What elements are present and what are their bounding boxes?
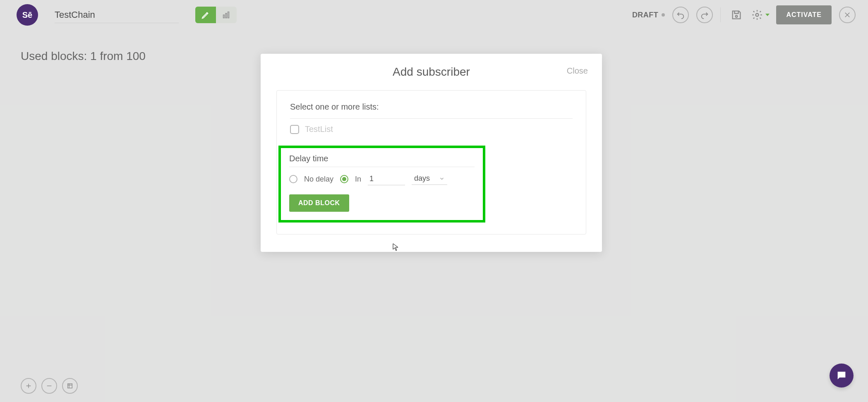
caret-down-icon [765,14,770,16]
redo-button[interactable] [696,7,713,23]
delay-unit-label: days [414,174,430,183]
zoom-controls [21,378,78,394]
undo-button[interactable] [672,7,689,23]
header-right: DRAFT ACTIVATE [632,5,856,24]
modal-body: Select one or more lists: TestList Delay… [276,90,586,234]
undo-icon [676,10,685,19]
settings-button[interactable] [752,7,769,23]
modal-title: Add subscriber [276,65,586,79]
radio-dot-icon [342,177,346,181]
view-stats-button[interactable] [216,7,237,23]
zoom-in-button[interactable] [21,378,36,394]
redo-icon [700,10,709,19]
list-option-row[interactable]: TestList [290,124,573,134]
svg-rect-1 [225,13,227,18]
close-icon [844,11,851,19]
modal-close-button[interactable]: Close [567,66,588,76]
svg-point-4 [756,14,759,17]
add-block-button[interactable]: ADD BLOCK [289,194,349,212]
zoom-out-button[interactable] [41,378,57,394]
svg-rect-0 [223,15,225,18]
app-header: Sē DRAFT [0,0,868,30]
chat-support-button[interactable] [830,364,854,388]
status-label: DRAFT [632,11,665,19]
chevron-down-icon [439,176,445,182]
bar-chart-icon [222,10,231,19]
pencil-icon [201,10,210,19]
add-subscriber-modal: Add subscriber Close Select one or more … [261,54,602,252]
radio-no-delay[interactable] [289,175,297,183]
chat-icon [836,370,847,381]
svg-point-3 [736,15,738,17]
delay-unit-select[interactable]: days [412,173,447,185]
app-logo: Sē [17,4,38,26]
delay-time-label: Delay time [289,154,475,163]
divider [290,118,573,119]
save-button[interactable] [728,7,745,23]
save-icon [731,9,742,21]
radio-no-delay-label: No delay [304,175,333,184]
activate-button[interactable]: ACTIVATE [776,5,832,24]
gear-icon [751,9,763,21]
svg-rect-5 [68,384,72,388]
delay-value-input[interactable] [368,173,405,185]
delay-options-row: No delay In days [289,173,475,185]
radio-in[interactable] [340,175,348,183]
divider [289,167,475,167]
status-text: DRAFT [632,11,659,19]
select-lists-label: Select one or more lists: [290,102,573,112]
view-edit-button[interactable] [195,7,216,23]
radio-in-label: In [355,175,361,184]
checkbox-icon[interactable] [290,125,299,134]
minus-icon [46,383,53,389]
chain-name-input[interactable] [55,7,179,23]
svg-rect-2 [228,12,229,18]
view-toggle [195,7,237,23]
plus-icon [25,383,32,389]
close-button[interactable] [839,7,856,23]
used-blocks-label: Used blocks: 1 from 100 [21,50,146,63]
header-divider [720,7,721,22]
delay-time-highlight: Delay time No delay In days ADD BLOCK [278,146,485,223]
fit-icon [67,383,73,389]
list-option-label: TestList [305,124,333,134]
fit-screen-button[interactable] [62,378,78,394]
status-dot-icon [662,13,665,17]
